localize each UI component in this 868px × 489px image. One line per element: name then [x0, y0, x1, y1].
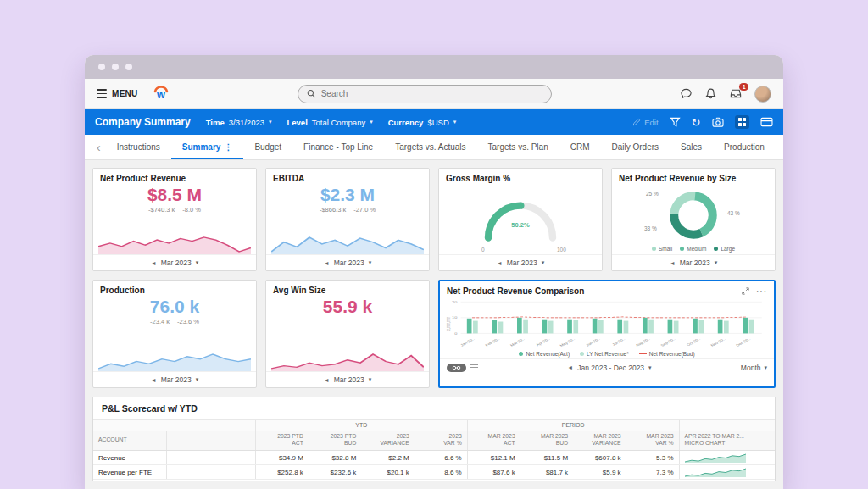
column-header[interactable]: 2023VAR %	[415, 431, 467, 451]
grid-view-button[interactable]	[735, 115, 750, 129]
card-net-product-revenue[interactable]: Net Product Revenue $8.5 M -$740.3 k-8.0…	[92, 168, 257, 271]
svg-text:0: 0	[454, 332, 457, 336]
legend-dot-icon	[580, 352, 584, 356]
column-header[interactable]: 2023 PTDBUD	[309, 431, 361, 451]
dashboard-content: Net Product Revenue $8.5 M -$740.3 k-8.0…	[85, 160, 783, 489]
column-header[interactable]: MAR 2023VARIANCE	[573, 431, 626, 451]
period-selector[interactable]: ◄ Mar 2023 ▾	[266, 371, 429, 387]
account-cell[interactable]: Revenue	[93, 451, 167, 465]
donut-legend: SmallMediumLarge	[612, 246, 775, 254]
inbox-tray-icon[interactable]: 1	[729, 87, 743, 100]
currency-filter[interactable]: Currency $USD ▾	[388, 118, 457, 127]
global-search[interactable]	[298, 85, 552, 103]
tab-summary[interactable]: Summary⋮	[171, 135, 244, 160]
table-row[interactable]: Revenue per FTE$252.8 k$232.6 k$20.1 k8.…	[93, 465, 775, 480]
workday-logo[interactable]: W	[152, 83, 170, 105]
tab-crm[interactable]: CRM	[559, 135, 601, 160]
table-row[interactable]: Revenue$34.9 M$32.8 M$2.2 M6.6 %$12.1 M$…	[93, 451, 775, 465]
tab-label: Daily Orders	[612, 142, 659, 152]
card-production[interactable]: Production 76.0 k -23.4 k-23.6 % ◄ Mar 2…	[92, 280, 257, 388]
edit-label: Edit	[644, 118, 658, 127]
command-bar: Company Summary Time 3/31/2023 ▾ Level T…	[85, 109, 783, 135]
tab-menu-icon[interactable]: ⋮	[224, 142, 232, 152]
tab-daily-orders[interactable]: Daily Orders	[601, 135, 670, 160]
granularity-selector[interactable]: Month ▾	[741, 364, 767, 372]
pencil-icon	[632, 118, 641, 126]
tab-instructions[interactable]: Instructions	[106, 135, 171, 160]
column-header-micro-chart[interactable]: APR 2022 TO MAR 2...MICRO CHART	[679, 431, 775, 451]
column-header[interactable]: MAR 2023VAR %	[626, 431, 679, 451]
card-title: EBITDA	[273, 174, 304, 183]
card-gross-margin[interactable]: Gross Margin % 50.2% 0 100 ◄ Mar 2023 ▾	[438, 168, 603, 271]
expand-icon[interactable]	[742, 287, 749, 295]
gauge-value: 50.2%	[511, 221, 529, 229]
value-cell: $87.6 k	[467, 465, 520, 480]
period-selector[interactable]: ◄ Mar 2023 ▾	[266, 254, 429, 270]
tab-budget[interactable]: Budget	[243, 135, 292, 160]
account-cell[interactable]: Revenue per FTE	[93, 465, 167, 480]
tabs-scroll-left[interactable]: ‹	[92, 141, 106, 154]
refresh-icon[interactable]: ↻	[692, 117, 701, 128]
tab-label: Targets vs. Plan	[488, 142, 548, 152]
prev-period-icon: ◄	[324, 260, 330, 266]
more-menu-icon[interactable]: ···	[756, 286, 767, 296]
grid-icon	[738, 118, 747, 126]
column-header-account[interactable]: ACCOUNT	[93, 431, 167, 451]
period-label: Mar 2023	[334, 375, 364, 384]
column-header[interactable]: MAR 2023BUD	[520, 431, 573, 451]
card-view-icon[interactable]	[760, 117, 773, 127]
list-toggle-button[interactable]	[470, 364, 478, 371]
period-selector[interactable]: ◄ Mar 2023 ▾	[93, 254, 256, 270]
tab-label: Targets vs. Actuals	[395, 142, 465, 152]
sparkline-chart	[271, 349, 424, 371]
column-header[interactable]: 2023VARIANCE	[361, 431, 414, 451]
time-filter[interactable]: Time 3/31/2023 ▾	[206, 118, 272, 127]
tab-sales[interactable]: Sales	[670, 135, 713, 160]
sparkline-chart	[98, 349, 251, 371]
camera-icon[interactable]	[712, 117, 724, 127]
menu-button[interactable]: MENU	[97, 89, 138, 98]
notifications-bell-icon[interactable]	[704, 87, 717, 100]
kpi-delta: -$740.3 k-8.0 %	[93, 206, 256, 214]
tab-targets-vs-actuals[interactable]: Targets vs. Actuals	[384, 135, 476, 160]
window-close-dot[interactable]	[98, 64, 105, 70]
column-header[interactable]: MAR 2023ACT	[467, 431, 520, 451]
period-selector[interactable]: ◄ Mar 2023 ▾	[439, 254, 602, 270]
avatar[interactable]	[754, 86, 771, 103]
card-net-product-revenue-comparison[interactable]: Net Product Revenue Comparison ··· 20100…	[438, 280, 776, 388]
svg-text:Oct 20..: Oct 20..	[686, 337, 701, 347]
kpi-value: $8.5 M	[93, 185, 256, 205]
card-title: Production	[100, 286, 145, 295]
window-maximize-dot[interactable]	[125, 64, 132, 70]
tab-targets-vs-plan[interactable]: Targets vs. Plan	[477, 135, 559, 160]
tab-finance-top-line[interactable]: Finance - Top Line	[292, 135, 384, 160]
browser-window: MENU W	[85, 55, 783, 489]
legend-item: Large	[714, 246, 735, 252]
card-avg-win-size[interactable]: Avg Win Size 55.9 k ◄ Mar 2023 ▾	[265, 280, 430, 388]
period-selector[interactable]: ◄ Mar 2023 ▾	[93, 371, 256, 387]
search-input[interactable]	[321, 89, 543, 98]
gauge-svg	[465, 195, 576, 244]
chevron-down-icon: ▾	[369, 259, 372, 266]
chat-icon[interactable]	[680, 87, 693, 100]
group-header-ytd: YTD	[255, 420, 467, 431]
level-filter[interactable]: Level Total Company ▾	[287, 118, 373, 127]
tabs-bar: ‹ InstructionsSummary⋮BudgetFinance - To…	[85, 135, 783, 160]
card-ebitda[interactable]: EBITDA $2.3 M -$866.3 k-27.0 % ◄ Mar 202…	[265, 168, 430, 271]
legend-label: Medium	[687, 246, 706, 252]
filter-funnel-icon[interactable]	[670, 117, 681, 127]
tab-production[interactable]: Production	[713, 135, 776, 160]
period-selector[interactable]: ◄ Mar 2023 ▾	[612, 254, 775, 270]
comparison-period-selector[interactable]: ◄ Jan 2023 - Dec 2023 ▾	[478, 364, 741, 372]
card-revenue-by-size[interactable]: Net Product Revenue by Size 25 % 43 % 33…	[611, 168, 776, 271]
value-cell: $12.1 M	[467, 451, 520, 465]
level-filter-value: Total Company	[312, 118, 365, 127]
edit-button[interactable]: Edit	[632, 118, 658, 127]
app-header: MENU W	[85, 79, 783, 109]
link-toggle-button[interactable]	[447, 364, 466, 372]
column-header[interactable]: 2023 PTDACT	[255, 431, 308, 451]
trend-cell	[167, 465, 256, 480]
period-label: Mar 2023	[680, 258, 710, 267]
window-minimize-dot[interactable]	[112, 64, 119, 70]
chevron-down-icon: ▾	[648, 364, 652, 371]
